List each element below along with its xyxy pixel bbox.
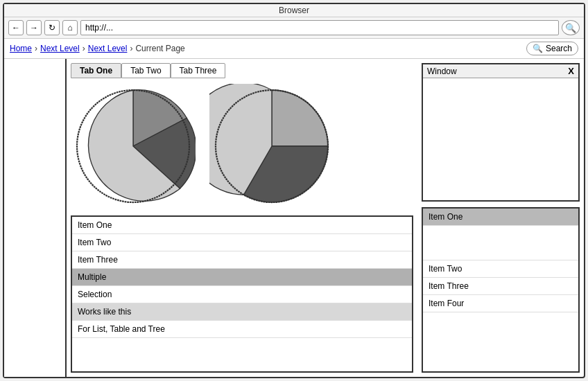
pie-chart-2-svg xyxy=(209,84,334,209)
search-label: Search xyxy=(546,44,572,53)
bc-sep-3: › xyxy=(130,44,132,53)
breadcrumb-bar: Home › Next Level › Next Level › Current… xyxy=(4,39,584,59)
right-list-item-0[interactable]: Item One xyxy=(423,209,578,226)
tab-three[interactable]: Tab Three xyxy=(171,63,226,78)
right-list: Item One Item Two Item Three Item Four xyxy=(422,207,580,373)
list-item-1[interactable]: Item Two xyxy=(72,234,412,251)
list-item-6[interactable]: For List, Table and Tree xyxy=(72,321,412,338)
window-panel-body xyxy=(423,78,578,84)
forward-button[interactable]: → xyxy=(26,20,42,35)
breadcrumb: Home › Next Level › Next Level › Current… xyxy=(10,44,185,53)
toolbar: ← → ↻ ⌂ 🔍 xyxy=(4,17,584,39)
breadcrumb-next2[interactable]: Next Level xyxy=(88,44,128,53)
right-list-item-2[interactable]: Item Three xyxy=(423,278,578,295)
breadcrumb-current: Current Page xyxy=(135,44,184,53)
list-section: Item One Item Two Item Three Multiple Se… xyxy=(71,215,413,373)
browser-title: Browser xyxy=(279,6,309,15)
breadcrumb-home[interactable]: Home xyxy=(10,44,32,53)
list-item-3[interactable]: Multiple xyxy=(72,269,412,286)
pie-chart-1-svg xyxy=(71,84,196,209)
list-item-4[interactable]: Selection xyxy=(72,286,412,303)
list-item-2[interactable]: Item Three xyxy=(72,251,412,269)
right-list-item-1[interactable]: Item Two xyxy=(423,260,578,278)
tab-two[interactable]: Tab Two xyxy=(121,63,170,78)
tab-one[interactable]: Tab One xyxy=(71,63,121,78)
search-icon: 🔍 xyxy=(533,44,543,53)
right-list-spacer xyxy=(423,226,578,260)
browser-window: Browser ← → ↻ ⌂ 🔍 Home › Next Level › Ne… xyxy=(3,3,585,378)
sidebar xyxy=(4,59,67,377)
window-close-button[interactable]: X xyxy=(568,66,574,76)
home-button[interactable]: ⌂ xyxy=(62,20,78,35)
charts-row xyxy=(71,84,413,209)
window-panel: Window X xyxy=(422,63,580,202)
bc-sep-1: › xyxy=(35,44,37,53)
list-item-0[interactable]: Item One xyxy=(72,217,412,234)
content-area: Tab One Tab Two Tab Three xyxy=(67,59,417,377)
toolbar-search-button[interactable]: 🔍 xyxy=(562,20,580,35)
refresh-button[interactable]: ↻ xyxy=(44,20,60,35)
bottom-row: Item One Item Two Item Three Multiple Se… xyxy=(71,215,413,373)
main-content: Tab One Tab Two Tab Three xyxy=(4,59,584,377)
search-box[interactable]: 🔍 Search xyxy=(526,42,578,55)
bc-sep-2: › xyxy=(83,44,85,53)
breadcrumb-next1[interactable]: Next Level xyxy=(40,44,80,53)
list-item-5[interactable]: Works like this xyxy=(72,303,412,321)
back-button[interactable]: ← xyxy=(8,20,24,35)
right-list-item-3[interactable]: Item Four xyxy=(423,295,578,312)
window-panel-label: Window xyxy=(427,67,457,76)
title-bar: Browser xyxy=(4,4,584,17)
window-panel-title: Window X xyxy=(423,64,578,78)
tabs: Tab One Tab Two Tab Three xyxy=(71,63,413,78)
address-bar[interactable] xyxy=(80,20,559,35)
right-panels: Window X Item One Item Two Item Three It… xyxy=(417,59,584,377)
pie-chart-1 xyxy=(71,84,196,209)
list-table: Item One Item Two Item Three Multiple Se… xyxy=(71,215,413,373)
pie-chart-2 xyxy=(209,84,334,209)
